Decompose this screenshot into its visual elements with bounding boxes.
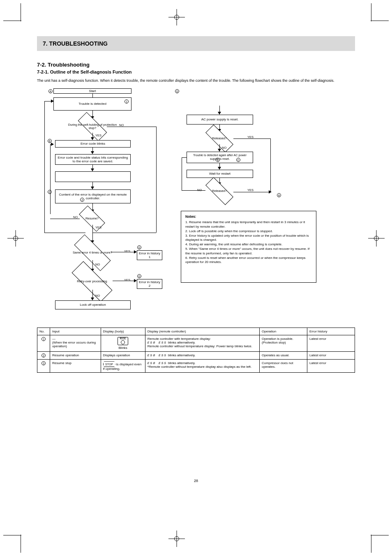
flow-status-saved: Error code and trouble status bits corre… (55, 154, 131, 165)
flow-label-yes-4: YES (124, 278, 130, 282)
marker-A: A (48, 89, 53, 93)
stop-hex-glyph: STOP (103, 361, 115, 367)
row3-operation: Compressor does not operates. (260, 360, 307, 373)
row2-history: Latest error (307, 352, 355, 360)
note-6-text: Retry count is reset when another error … (185, 256, 306, 264)
flow-label-no-r2: NO (197, 188, 202, 192)
th-error-history: Error history (307, 328, 355, 335)
marker-G-left: G (137, 245, 141, 249)
row1-seg: E50 E55 (148, 341, 167, 344)
note-5-text: When "Same error 4 times or more" occurs… (185, 247, 309, 255)
flow-circ1: 1 (125, 99, 129, 104)
page-content: 7. TROUBLESHOOTING 7-2. Troubleshooting … (37, 36, 355, 373)
flow-label-no-4: NO (95, 294, 100, 298)
flow-trouble-label: Trouble is detected (55, 102, 129, 106)
registration-mark-right (368, 230, 385, 247)
row1-remote-l2: blinks alternatively. (168, 341, 196, 344)
flow-label-yes-1: YES (95, 134, 101, 137)
flow-display-remote-text: Content of the error is displayed on the… (57, 193, 129, 200)
flow-lock-off: Lock off operation (55, 300, 131, 309)
flow-circ3: 3 (216, 158, 220, 162)
notes-box: Notes: 1. Resume means that the unit sto… (181, 211, 316, 283)
section-title-bar: 7. TROUBLESHOOTING (37, 36, 355, 51)
flow-label-no-3: NO (95, 263, 100, 266)
th-display-remote: Display (remote controller) (145, 328, 259, 335)
intro-text: The unit has a self-diagnosis function. … (37, 78, 355, 83)
row1-history: Latest error (307, 335, 355, 352)
flow-trouble-again: Trouble is detected again after AC power… (187, 152, 253, 163)
row3-input: Resume stop (50, 360, 101, 373)
flow-ac-reset: AC power supply is reset. (187, 115, 253, 125)
flow-label-yes-2: YES (95, 226, 101, 229)
flow-reserved-1 (55, 171, 131, 182)
marker-C: C (48, 190, 52, 194)
row1-input-l2: (When the error occurs during operation) (52, 341, 99, 348)
flow-C-inline: C (236, 158, 240, 162)
row1-body-text: Blinks (103, 346, 143, 350)
row1-input-l1: — (52, 337, 99, 341)
flow-retry-over-q: Retry-over processing (72, 261, 113, 302)
registration-mark-bottom (168, 531, 185, 547)
row3-remote-l3: *Remote controller without temperature d… (148, 365, 257, 369)
section-number: 7-2. (37, 62, 46, 68)
section-heading: 7-2. Troubleshooting (37, 62, 355, 68)
symptom-table: No. Input Display (body) Display (remote… (37, 328, 355, 373)
flow-trouble: Trouble is detected 1 (53, 97, 131, 111)
flow-start: Start (53, 88, 131, 94)
flow-error-blinks: Error code blinks (55, 140, 131, 148)
table-row: 1 — (When the error occurs during operat… (37, 335, 355, 352)
row2-remote-l2: blinks alternatively. (168, 353, 196, 357)
note-2-text: Lock off is possible only when the compr… (189, 229, 273, 233)
stop-hex-label: STOP (105, 363, 113, 366)
subsection-heading: 7-2-1. Outline of the Self-diagnosis Fun… (37, 69, 355, 74)
note-4: 4. During air warming, the unit resume a… (185, 242, 312, 247)
table-row: 2 Resume operation Displays operation E5… (37, 352, 355, 360)
marker-G-right: G (175, 89, 179, 93)
note-3: 3. Error history is updated only when th… (185, 234, 312, 243)
note-1: 1. Resume means that the unit stops temp… (185, 220, 312, 229)
flow-wait-restart: Wait for restart (187, 170, 253, 178)
table-row: 3 Resume stop STOP is displayed even if … (37, 360, 355, 373)
mode-button-glyph: MODE (118, 337, 128, 346)
th-operation: Operation (260, 328, 307, 335)
row2-operation: Operates as usual. (260, 352, 307, 360)
note-1-text: Resume means that the unit stops tempora… (185, 220, 305, 228)
section-title: Troubleshooting (48, 62, 90, 68)
registration-mark-left (7, 230, 24, 247)
th-display-body: Display (body) (101, 328, 145, 335)
marker-G-left-2: G (137, 274, 141, 278)
flow-label-yes-3: YES (124, 249, 130, 253)
page-number: 28 (194, 479, 198, 483)
th-no: No. (37, 328, 50, 335)
flow-history1: Error in history 1 (137, 250, 162, 260)
note-2: 2. Lock off is possible only when the co… (185, 229, 312, 234)
row3-seg: E50 E55 (148, 361, 167, 365)
row2-body: Displays operation (101, 352, 145, 360)
row2-input: Resume operation (50, 352, 101, 360)
flow-display-remote: Content of the error is displayed on the… (55, 189, 131, 203)
note-6: 6. Retry count is reset when another err… (185, 256, 312, 265)
flow-label-yes-r2: YES (247, 188, 254, 192)
row2-seg: E50 E55 (148, 353, 167, 357)
flow-label-no-r1: NO (222, 146, 226, 150)
row2-num: 2 (42, 353, 46, 358)
flow-trouble-again-text: Trouble is detected again after AC power… (189, 154, 251, 161)
note-5: 5. When "Same error 4 times or more" occ… (185, 247, 312, 256)
marker-A-right: A (277, 193, 281, 197)
row1-remote-l1: Remote controller with temperature displ… (148, 337, 257, 341)
row1-operation: Operation is possible. (Protection stop) (260, 335, 307, 352)
note-4-text: During air warming, the unit resume afte… (189, 242, 282, 246)
circle-icon (121, 340, 125, 344)
flow-history2: Error in history 2 (137, 279, 162, 289)
mode-btn-label: MODE (120, 337, 126, 340)
row1-remote-l3: Remote controller without temperature di… (148, 344, 257, 348)
note-3-text: Error history is updated only when the e… (185, 234, 309, 242)
flowchart: A Start Trouble is detected 1 During the… (37, 89, 355, 323)
notes-heading: Notes: (185, 215, 312, 219)
flow-circ2: 2 (80, 198, 84, 202)
registration-mark-top (168, 9, 185, 25)
row3-history: Latest error (307, 360, 355, 373)
row3-remote-l2: blinks alternatively. (168, 361, 196, 365)
row3-num: 3 (42, 361, 46, 365)
th-input: Input (50, 328, 101, 335)
